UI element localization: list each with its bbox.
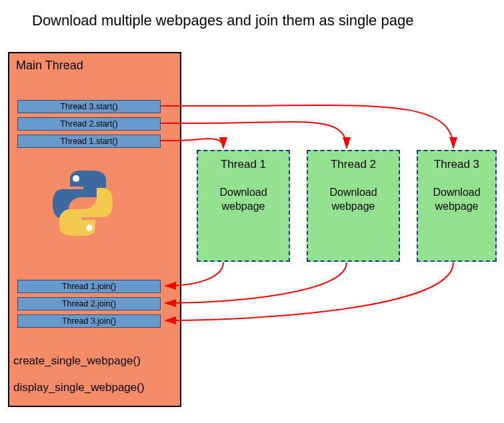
svg-point-0	[73, 175, 79, 182]
thread-title: Thread 3	[418, 158, 495, 171]
arrow-join-2	[165, 262, 347, 303]
main-thread-label: Main Thread	[16, 59, 83, 73]
diagram-title: Download multiple webpages and join them…	[32, 12, 413, 29]
thread-title: Thread 2	[308, 158, 399, 171]
main-thread-box: Main Thread Thread 3.start() Thread 2.st…	[8, 52, 181, 407]
thread-task: Download webpage	[308, 186, 399, 214]
thread-start-call: Thread 1.start()	[17, 135, 161, 148]
arrow-join-3	[165, 262, 453, 320]
python-logo-icon	[46, 167, 119, 240]
thread-box-3: Thread 3 Download webpage	[417, 150, 497, 262]
function-call: display_single_webpage()	[13, 381, 145, 394]
thread-task: Download webpage	[418, 186, 495, 214]
svg-point-1	[86, 224, 93, 231]
thread-title: Thread 1	[198, 158, 289, 171]
thread-box-2: Thread 2 Download webpage	[307, 150, 400, 262]
thread-task: Download webpage	[198, 186, 289, 214]
arrow-start-3	[160, 105, 453, 148]
thread-join-call: Thread 1.join()	[17, 280, 161, 293]
function-call: create_single_webpage()	[13, 354, 141, 368]
thread-join-call: Thread 3.join()	[17, 314, 161, 328]
thread-start-call: Thread 2.start()	[17, 117, 161, 131]
thread-start-call: Thread 3.start()	[17, 100, 161, 113]
thread-join-call: Thread 2.join()	[17, 297, 161, 310]
thread-box-1: Thread 1 Download webpage	[197, 150, 290, 262]
arrow-start-2	[160, 122, 347, 148]
